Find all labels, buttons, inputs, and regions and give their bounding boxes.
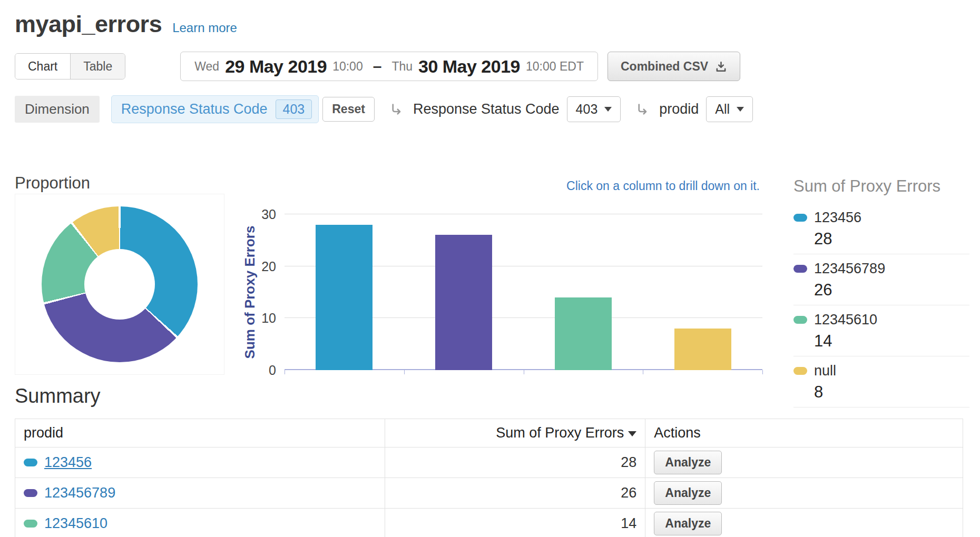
bar-123456[interactable] xyxy=(316,225,373,370)
sum-cell: 28 xyxy=(385,448,645,478)
proportion-donut-chart[interactable] xyxy=(42,206,198,362)
analyze-button[interactable]: Analyze xyxy=(654,512,722,535)
legend-title: Sum of Proxy Errors xyxy=(793,177,969,196)
page: myapi_errors Learn more Chart Table Wed … xyxy=(0,0,980,537)
column-header-actions-label: Actions xyxy=(654,425,701,441)
csv-button-label: Combined CSV xyxy=(621,59,708,74)
drilldown-label-status-code: Response Status Code xyxy=(413,101,560,117)
column-header-sum[interactable]: Sum of Proxy Errors xyxy=(385,419,645,448)
bar-null[interactable] xyxy=(674,329,731,370)
prodid-link[interactable]: 123456 xyxy=(44,454,92,471)
filter-chip-group: Response Status Code 403 Reset xyxy=(111,95,375,123)
legend-entry: 12345628 xyxy=(793,203,969,254)
reset-button[interactable]: Reset xyxy=(322,97,375,122)
table-row: 12345678926Analyze xyxy=(15,478,963,509)
x-tick-mark xyxy=(643,370,643,374)
y-axis-label: Sum of Proxy Errors xyxy=(242,226,258,359)
legend-label: 123456 xyxy=(814,210,861,226)
proportion-title: Proportion xyxy=(15,174,90,193)
prodid-link[interactable]: 123456789 xyxy=(44,485,115,501)
actions-cell: Analyze xyxy=(645,448,963,478)
bars xyxy=(285,214,762,370)
start-date: 29 May 2019 xyxy=(225,56,327,77)
filter-chip-label: Response Status Code xyxy=(121,101,268,117)
combined-csv-button[interactable]: Combined CSV xyxy=(607,52,740,81)
legend-value: 26 xyxy=(814,281,969,300)
bar-123456789[interactable] xyxy=(435,235,492,370)
legend-value: 14 xyxy=(814,332,969,351)
row-swatch-icon xyxy=(24,520,37,528)
drilldown-hint: Click on a column to drill down on it. xyxy=(566,179,760,193)
y-tick-label: 10 xyxy=(261,311,276,326)
drilldown-arrow-icon xyxy=(635,102,650,116)
prodid-cell: 12345610 xyxy=(15,509,385,537)
legend-value: 28 xyxy=(814,230,969,248)
range-separator: – xyxy=(373,57,382,75)
bar-12345610[interactable] xyxy=(555,297,612,370)
page-title: myapi_errors xyxy=(15,11,162,38)
learn-more-link[interactable]: Learn more xyxy=(172,21,237,35)
column-header-prodid[interactable]: prodid xyxy=(15,419,385,448)
legend-label: 123456789 xyxy=(814,261,885,277)
x-tick-mark xyxy=(285,370,285,374)
summary-title: Summary xyxy=(15,385,101,407)
sum-cell: 26 xyxy=(385,478,645,509)
dimension-label: Dimension xyxy=(15,96,100,123)
legend-value: 8 xyxy=(814,383,969,402)
column-header-sum-label: Sum of Proxy Errors xyxy=(496,425,624,441)
start-time: 10:00 xyxy=(332,59,363,74)
table-view-button[interactable]: Table xyxy=(71,54,125,79)
legend-swatch-icon xyxy=(793,265,807,273)
legend-entry: 12345678926 xyxy=(793,254,969,305)
bar-chart-plot: 0102030 xyxy=(285,214,762,370)
caret-down-icon xyxy=(737,107,744,112)
prodid-dropdown-value: All xyxy=(715,102,730,117)
filter-chip: Response Status Code 403 xyxy=(111,95,319,123)
x-tick-mark xyxy=(524,370,524,374)
row-swatch-icon xyxy=(24,489,37,497)
view-toggle: Chart Table xyxy=(15,53,125,79)
end-day: Thu xyxy=(391,59,413,74)
chart-view-button[interactable]: Chart xyxy=(15,54,71,79)
y-tick-label: 20 xyxy=(261,258,276,274)
status-code-dropdown-value: 403 xyxy=(576,102,598,117)
prodid-dropdown[interactable]: All xyxy=(706,96,753,122)
x-tick-mark xyxy=(762,370,763,374)
analyze-button[interactable]: Analyze xyxy=(654,451,722,474)
caret-down-icon xyxy=(604,107,612,112)
y-tick-label: 30 xyxy=(261,207,276,222)
sum-cell: 14 xyxy=(385,509,645,537)
sort-desc-icon xyxy=(628,431,636,436)
prodid-cell: 123456789 xyxy=(15,478,385,509)
prodid-link[interactable]: 12345610 xyxy=(44,515,107,532)
legend-entry: 1234561014 xyxy=(793,305,969,356)
column-header-actions: Actions xyxy=(645,419,963,448)
row-swatch-icon xyxy=(24,459,37,466)
filter-bar: Dimension Response Status Code 403 Reset… xyxy=(15,96,965,122)
filter-chip-value: 403 xyxy=(276,100,312,119)
legend-swatch-icon xyxy=(793,316,807,324)
drilldown-label-prodid: prodid xyxy=(659,101,699,117)
y-tick-label: 0 xyxy=(269,363,276,378)
table-row: 1234561014Analyze xyxy=(15,509,963,537)
start-day: Wed xyxy=(194,59,219,74)
end-time: 10:00 EDT xyxy=(526,59,584,74)
column-header-prodid-label: prodid xyxy=(24,425,63,441)
status-code-dropdown[interactable]: 403 xyxy=(567,96,621,122)
legend-swatch-icon xyxy=(793,367,807,375)
legend-entry: null8 xyxy=(793,356,969,407)
x-tick-mark xyxy=(404,370,405,374)
legend-label: 12345610 xyxy=(814,312,877,328)
legend-swatch-icon xyxy=(793,214,807,222)
chart-legend: Sum of Proxy Errors 12345628123456789261… xyxy=(793,177,969,407)
actions-cell: Analyze xyxy=(645,478,963,509)
date-range-picker[interactable]: Wed 29 May 2019 10:00 – Thu 30 May 2019 … xyxy=(180,52,598,81)
end-date: 30 May 2019 xyxy=(418,56,520,77)
download-icon xyxy=(715,61,727,73)
prodid-cell: 123456 xyxy=(15,448,385,478)
table-row: 12345628Analyze xyxy=(15,448,963,478)
analyze-button[interactable]: Analyze xyxy=(654,481,722,505)
summary-table: prodid Sum of Proxy Errors Actions 12345… xyxy=(15,419,963,537)
drilldown-arrow-icon xyxy=(389,102,404,116)
table-header-row: prodid Sum of Proxy Errors Actions xyxy=(15,419,963,448)
